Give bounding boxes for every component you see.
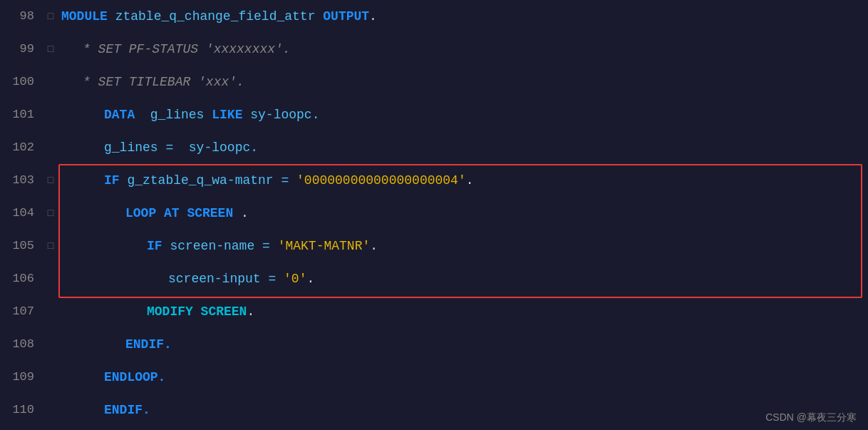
code-line-104: 104 □ LOOP AT SCREEN . bbox=[0, 197, 868, 230]
fold-icon-111 bbox=[43, 426, 58, 430]
line-content-102: g_lines = sy-loopc. bbox=[58, 131, 868, 164]
fold-icon-105[interactable]: □ bbox=[43, 230, 58, 262]
code-line-101: 101 DATA g_lines LIKE sy-loopc. bbox=[0, 98, 868, 131]
code-editor: 98 □ MODULE ztable_q_change_field_attr O… bbox=[0, 0, 868, 430]
line-content-109: ENDLOOP. bbox=[58, 361, 868, 394]
line-content-106: screen-input = '0'. bbox=[58, 262, 868, 295]
line-number-102: 102 bbox=[0, 131, 43, 164]
code-line-105: 105 □ IF screen-name = 'MAKT-MATNR'. bbox=[0, 230, 868, 262]
line-content-105: IF screen-name = 'MAKT-MATNR'. bbox=[58, 230, 868, 262]
line-number-101: 101 bbox=[0, 98, 43, 131]
code-line-106: 106 screen-input = '0'. bbox=[0, 262, 868, 295]
line-number-99: 99 bbox=[0, 33, 43, 66]
line-number-98: 98 bbox=[0, 0, 43, 33]
fold-icon-102 bbox=[43, 131, 58, 164]
line-content-100: * SET TITLEBAR 'xxx'. bbox=[58, 66, 868, 98]
code-line-107: 107 MODIFY SCREEN. bbox=[0, 295, 868, 328]
line-content-108: ENDIF. bbox=[58, 328, 868, 361]
line-number-108: 108 bbox=[0, 328, 43, 361]
line-number-111: 111 bbox=[0, 426, 43, 430]
fold-icon-108 bbox=[43, 328, 58, 361]
line-content-103: IF g_ztable_q_wa-matnr = '00000000000000… bbox=[58, 164, 868, 197]
code-line-98: 98 □ MODULE ztable_q_change_field_attr O… bbox=[0, 0, 868, 33]
fold-icon-109 bbox=[43, 361, 58, 394]
fold-icon-106 bbox=[43, 262, 58, 295]
line-number-103: 103 bbox=[0, 164, 43, 197]
line-number-109: 109 bbox=[0, 361, 43, 394]
fold-icon-107 bbox=[43, 295, 58, 328]
watermark: CSDN @幕夜三分寒 bbox=[765, 411, 857, 424]
line-content-99: * SET PF-STATUS 'xxxxxxxx'. bbox=[58, 33, 868, 66]
code-line-103: 103 □ IF g_ztable_q_wa-matnr = '00000000… bbox=[0, 164, 868, 197]
line-number-100: 100 bbox=[0, 66, 43, 98]
line-content-98: MODULE ztable_q_change_field_attr OUTPUT… bbox=[58, 0, 868, 33]
line-content-107: MODIFY SCREEN. bbox=[58, 295, 868, 328]
code-line-108: 108 ENDIF. bbox=[0, 328, 868, 361]
fold-icon-110 bbox=[43, 394, 58, 426]
code-line-111: 111 bbox=[0, 426, 868, 430]
fold-icon-98[interactable]: □ bbox=[43, 0, 58, 33]
line-number-110: 110 bbox=[0, 394, 43, 426]
code-line-102: 102 g_lines = sy-loopc. bbox=[0, 131, 868, 164]
line-content-104: LOOP AT SCREEN . bbox=[58, 197, 868, 230]
line-content-101: DATA g_lines LIKE sy-loopc. bbox=[58, 98, 868, 131]
code-line-99: 99 □ * SET PF-STATUS 'xxxxxxxx'. bbox=[0, 33, 868, 66]
fold-icon-100 bbox=[43, 66, 58, 98]
line-number-106: 106 bbox=[0, 262, 43, 295]
code-line-109: 109 ENDLOOP. bbox=[0, 361, 868, 394]
line-number-107: 107 bbox=[0, 295, 43, 328]
fold-icon-104[interactable]: □ bbox=[43, 197, 58, 230]
line-content-111 bbox=[58, 426, 868, 430]
line-number-104: 104 bbox=[0, 197, 43, 230]
fold-icon-103[interactable]: □ bbox=[43, 164, 58, 197]
fold-icon-101 bbox=[43, 98, 58, 131]
fold-icon-99[interactable]: □ bbox=[43, 33, 58, 66]
code-line-100: 100 * SET TITLEBAR 'xxx'. bbox=[0, 66, 868, 98]
line-content-110: ENDIF. bbox=[58, 394, 868, 426]
line-number-105: 105 bbox=[0, 230, 43, 262]
code-line-110: 110 ENDIF. bbox=[0, 394, 868, 426]
